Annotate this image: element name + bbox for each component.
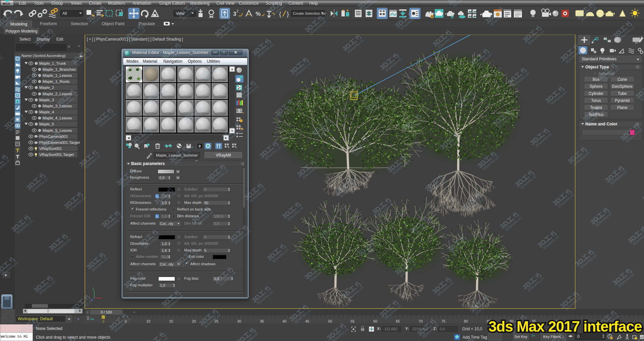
svg-text:15: 15: [169, 319, 173, 323]
svg-text:Maple_4: Maple_4: [39, 110, 54, 114]
svg-text:65: 65: [396, 319, 400, 323]
svg-text:Maple_3: Maple_3: [39, 98, 54, 102]
svg-text:Maple_1_Roots: Maple_1_Roots: [43, 79, 70, 83]
svg-text:Maple_5: Maple_5: [39, 122, 54, 126]
svg-text:35: 35: [260, 319, 264, 323]
svg-text:0: 0: [102, 320, 104, 324]
svg-text:{: {: [279, 10, 281, 17]
svg-text:30: 30: [237, 319, 241, 323]
svg-text:VRaySun001: VRaySun001: [39, 147, 62, 151]
svg-text:}: }: [287, 10, 289, 17]
svg-text:Maple_4_Leaves: Maple_4_Leaves: [43, 116, 72, 120]
svg-text:55: 55: [351, 319, 355, 323]
svg-text:Maple_2_Leaves: Maple_2_Leaves: [43, 92, 72, 96]
svg-text:25: 25: [214, 319, 218, 323]
svg-text:10: 10: [146, 319, 150, 323]
svg-text:VRaySun001.Target: VRaySun001.Target: [39, 153, 74, 157]
svg-text:Maple_1_Branches: Maple_1_Branches: [43, 67, 76, 71]
svg-text:40: 40: [282, 319, 286, 323]
svg-text:All: All: [62, 11, 67, 16]
svg-text:0: 0: [199, 144, 201, 148]
svg-text:2: 2: [236, 9, 238, 13]
svg-text:Maple_5_Leaves: Maple_5_Leaves: [43, 128, 72, 132]
svg-text:Maple_1_Trunk: Maple_1_Trunk: [39, 61, 66, 65]
svg-text:%: %: [256, 11, 261, 17]
svg-text:50: 50: [328, 319, 332, 323]
svg-text:60: 60: [373, 319, 377, 323]
svg-text:PhysCamera001: PhysCamera001: [39, 134, 68, 138]
svg-text:+: +: [242, 111, 244, 115]
svg-text:Maple_3_Leaves: Maple_3_Leaves: [43, 104, 72, 108]
svg-text:80: 80: [464, 319, 468, 323]
svg-text:3ds Max 2017 interface: 3ds Max 2017 interface: [488, 318, 642, 335]
svg-text:75: 75: [441, 319, 445, 323]
svg-text:PhysCamera001.Target: PhysCamera001.Target: [39, 140, 80, 145]
svg-text:Maple_2: Maple_2: [39, 86, 54, 90]
svg-text:5: 5: [125, 319, 127, 323]
svg-text:45: 45: [305, 319, 309, 323]
svg-text:3: 3: [233, 11, 236, 17]
svg-text:View: View: [176, 11, 184, 16]
svg-text:20: 20: [192, 319, 196, 323]
svg-text:Maple_1_Leaves: Maple_1_Leaves: [43, 73, 72, 77]
svg-text:+: +: [191, 145, 193, 149]
svg-text:70: 70: [419, 319, 423, 323]
svg-text:Create Selection Se: Create Selection Se: [293, 11, 326, 15]
svg-text:Z: Z: [92, 287, 94, 290]
